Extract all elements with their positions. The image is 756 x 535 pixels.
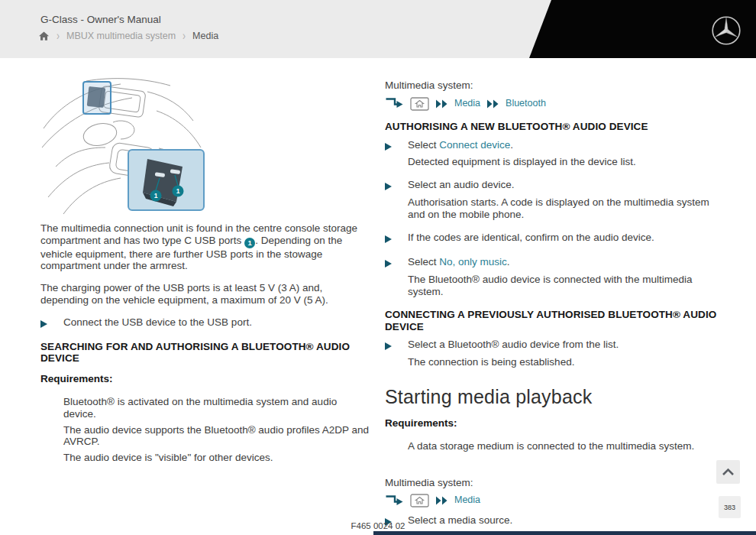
usb-callout-2: 1 bbox=[176, 187, 180, 195]
step-arrow-icon bbox=[385, 339, 408, 353]
header-bar: G-Class - Owner's Manual › MBUX multimed… bbox=[0, 0, 756, 58]
step-arrow-icon bbox=[385, 256, 408, 271]
bullet-icon bbox=[40, 396, 63, 412]
home-screen-icon bbox=[410, 97, 429, 111]
heading-connecting-previously: CONNECTING A PREVIOUSLY AUTHORISED BLUET… bbox=[385, 309, 718, 333]
step-text: If the codes are identical, confirm on t… bbox=[408, 232, 654, 244]
home-screen-icon bbox=[410, 494, 429, 507]
bullet-icon bbox=[385, 440, 408, 456]
list-item: The audio device is "visible" for other … bbox=[40, 452, 369, 468]
figure-highlight-box bbox=[83, 82, 111, 114]
mercedes-star-logo-icon[interactable] bbox=[711, 15, 741, 49]
figure-inset-usb: 1 1 bbox=[128, 150, 204, 210]
list-item-text: The audio device is "visible" for other … bbox=[63, 452, 273, 464]
breadcrumb-item-mbux[interactable]: MBUX multimedia system bbox=[66, 31, 176, 41]
double-chevron-icon bbox=[435, 496, 448, 505]
double-chevron-icon bbox=[486, 99, 499, 109]
step-select-bt-device: Select a Bluetooth® audio device from th… bbox=[385, 339, 718, 353]
heading-authorising-new: AUTHORISING A NEW BLUETOOTH® AUDIO DEVIC… bbox=[385, 121, 718, 133]
list-item-text: Bluetooth® is activated on the multimedi… bbox=[63, 396, 369, 420]
step-note: The Bluetooth® audio device is connected… bbox=[408, 274, 718, 298]
console-figure: 1 1 bbox=[40, 75, 205, 216]
bullet-icon bbox=[40, 424, 63, 440]
connect-device-link[interactable]: Connect device bbox=[439, 139, 510, 151]
step-note: Authorisation starts. A code is displaye… bbox=[408, 196, 718, 221]
scroll-to-top-button[interactable] bbox=[716, 460, 740, 484]
list-item-text: A data storage medium is connected to th… bbox=[408, 440, 694, 452]
turn-arrow-icon bbox=[385, 97, 404, 110]
multimedia-system-label: Multimedia system: bbox=[385, 477, 718, 489]
page-number-glyph: 383 bbox=[724, 504, 735, 511]
bottom-bar bbox=[373, 531, 756, 535]
page-number-button[interactable]: 383 bbox=[719, 496, 741, 518]
breadcrumb-item-media[interactable]: Media bbox=[192, 31, 218, 41]
step-arrow-icon bbox=[385, 179, 408, 193]
multimedia-system-label: Multimedia system: bbox=[385, 79, 718, 92]
left-column: 1 1 The multimedia connection unit is fo… bbox=[40, 75, 369, 468]
callout-badge-1: 1 bbox=[244, 238, 255, 248]
list-item: A data storage medium is connected to th… bbox=[385, 440, 718, 456]
requirements-list: Bluetooth® is activated on the multimedi… bbox=[40, 396, 369, 468]
step-text: Select No, only music. bbox=[408, 256, 510, 268]
step-arrow-icon bbox=[385, 139, 408, 154]
requirements-label: Requirements: bbox=[40, 373, 369, 385]
chevron-up-icon bbox=[722, 468, 735, 476]
usb-callout-1: 1 bbox=[154, 192, 158, 199]
step-arrow-icon bbox=[40, 316, 63, 331]
step-connect-usb: Connect the USB device to the USB port. bbox=[40, 316, 369, 331]
step-text: Select Connect device. bbox=[408, 139, 513, 151]
list-item: The audio device supports the Bluetooth®… bbox=[40, 424, 369, 449]
double-chevron-icon bbox=[435, 99, 448, 109]
step-arrow-icon bbox=[385, 232, 408, 246]
document-code: F465 0024 02 bbox=[0, 521, 756, 530]
path-item-bluetooth[interactable]: Bluetooth bbox=[506, 98, 546, 110]
paragraph-connection-unit: The multimedia connection unit is found … bbox=[40, 222, 369, 272]
step-text: Connect the USB device to the USB port. bbox=[63, 316, 252, 329]
step-select-audio-device: Select an audio device. bbox=[385, 179, 718, 193]
chevron-right-icon: › bbox=[57, 29, 60, 43]
media-path-row: Media bbox=[385, 493, 718, 508]
path-item-media[interactable]: Media bbox=[454, 494, 480, 507]
step-note: The connection is being established. bbox=[408, 356, 718, 368]
step-note: Detected equipment is displayed in the d… bbox=[408, 156, 718, 168]
section-title-starting-media-playback: Starting media playback bbox=[385, 385, 718, 408]
no-only-music-link[interactable]: No, only music bbox=[439, 256, 507, 268]
bullet-icon bbox=[40, 452, 63, 468]
breadcrumb: › MBUX multimedia system › Media bbox=[38, 31, 218, 41]
paragraph-charging-power: The charging power of the USB ports is a… bbox=[40, 282, 369, 306]
home-icon[interactable] bbox=[38, 31, 50, 41]
path-item-media[interactable]: Media bbox=[454, 98, 480, 110]
step-text: Select a Bluetooth® audio device from th… bbox=[408, 339, 619, 351]
step-text: Select an audio device. bbox=[408, 179, 515, 191]
requirements-label: Requirements: bbox=[385, 417, 718, 430]
step-confirm-codes: If the codes are identical, confirm on t… bbox=[385, 232, 718, 246]
media-path-row: Media Bluetooth bbox=[385, 96, 718, 112]
step-select-no-only-music: Select No, only music. bbox=[385, 256, 718, 271]
step-select-connect-device: Select Connect device. bbox=[385, 139, 718, 154]
heading-searching-authorising: SEARCHING FOR AND AUTHORISING A BLUETOOT… bbox=[40, 341, 369, 365]
turn-arrow-icon bbox=[385, 494, 404, 507]
page-title: G-Class - Owner's Manual bbox=[40, 14, 161, 25]
chevron-right-icon: › bbox=[183, 29, 186, 43]
list-item-text: The audio device supports the Bluetooth®… bbox=[63, 424, 369, 449]
right-column: Multimedia system: Media Bluetooth AUTHO… bbox=[385, 79, 718, 529]
list-item: Bluetooth® is activated on the multimedi… bbox=[40, 396, 369, 420]
